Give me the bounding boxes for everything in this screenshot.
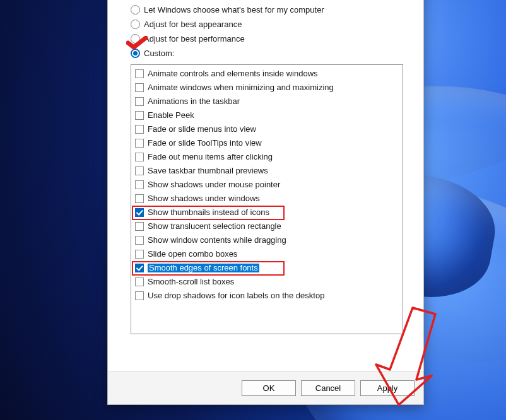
option-label: Fade or slide ToolTips into view (148, 139, 262, 148)
option-row[interactable]: Fade or slide ToolTips into view (132, 136, 401, 150)
checkbox-icon (135, 83, 144, 92)
option-label: Fade out menu items after clicking (148, 153, 273, 161)
option-label: Animate windows when minimizing and maxi… (148, 83, 334, 92)
radio-best-performance[interactable]: Adjust for best performance (131, 32, 412, 46)
option-row[interactable]: Save taskbar thumbnail previews (132, 164, 401, 178)
option-row[interactable]: Show shadows under windows (132, 192, 401, 206)
option-row[interactable]: Show window contents while dragging (132, 233, 401, 247)
visual-effects-radio-group: Let Windows choose what's best for my co… (131, 3, 412, 61)
option-row[interactable]: Slide open combo boxes (132, 247, 401, 261)
checkbox-icon (135, 139, 144, 148)
option-label: Smooth-scroll list boxes (148, 277, 234, 286)
radio-icon (131, 34, 140, 44)
checkbox-icon (135, 264, 144, 272)
radio-auto[interactable]: Let Windows choose what's best for my co… (131, 3, 412, 17)
option-row[interactable]: Smooth-scroll list boxes (132, 275, 401, 289)
radio-label: Adjust for best performance (144, 34, 245, 44)
option-label: Animate controls and elements inside win… (148, 69, 318, 78)
option-label: Fade or slide menus into view (148, 125, 256, 134)
checkbox-icon (135, 97, 144, 106)
option-row[interactable]: Fade out menu items after clicking (132, 150, 401, 164)
option-label: Show translucent selection rectangle (148, 222, 281, 231)
radio-icon (131, 5, 140, 15)
option-row[interactable]: Show shadows under mouse pointer (132, 178, 401, 192)
checkbox-icon (135, 277, 144, 286)
option-label: Smooth edges of screen fonts (148, 264, 259, 272)
option-label: Enable Peek (148, 111, 194, 120)
checkbox-icon (135, 69, 144, 78)
checkbox-icon (135, 208, 144, 217)
radio-icon (131, 20, 140, 29)
option-label: Save taskbar thumbnail previews (148, 166, 268, 175)
checkbox-icon (135, 194, 144, 203)
cancel-button[interactable]: Cancel (301, 380, 355, 396)
apply-button[interactable]: Apply (360, 380, 415, 396)
checkbox-icon (135, 111, 144, 120)
option-label: Show window contents while dragging (148, 236, 286, 245)
option-label: Animations in the taskbar (148, 97, 240, 106)
option-label: Show shadows under windows (148, 194, 260, 203)
option-label: Show thumbnails instead of icons (148, 208, 269, 217)
option-row[interactable]: Smooth edges of screen fonts (132, 261, 401, 275)
option-label: Show shadows under mouse pointer (148, 180, 280, 189)
option-label: Use drop shadows for icon labels on the … (148, 291, 324, 300)
option-row[interactable]: Show translucent selection rectangle (132, 219, 401, 233)
radio-label: Let Windows choose what's best for my co… (144, 5, 324, 15)
radio-icon (131, 49, 140, 58)
option-row[interactable]: Animate controls and elements inside win… (132, 67, 401, 81)
ok-button[interactable]: OK (242, 380, 296, 396)
checkbox-icon (135, 291, 144, 300)
checkbox-icon (135, 166, 144, 175)
option-row[interactable]: Fade or slide menus into view (132, 122, 401, 136)
option-row[interactable]: Animations in the taskbar (132, 95, 401, 108)
option-row[interactable]: Animate windows when minimizing and maxi… (132, 81, 401, 95)
dialog-button-bar: OK Cancel Apply (108, 371, 423, 404)
option-row[interactable]: Use drop shadows for icon labels on the … (132, 289, 401, 303)
checkbox-icon (135, 153, 144, 161)
option-row[interactable]: Enable Peek (132, 108, 401, 122)
option-row[interactable]: Show thumbnails instead of icons (132, 206, 401, 219)
checkbox-icon (135, 222, 144, 231)
checkbox-icon (135, 125, 144, 134)
checkbox-icon (135, 250, 144, 259)
visual-effects-list[interactable]: Animate controls and elements inside win… (131, 64, 403, 334)
radio-best-appearance[interactable]: Adjust for best appearance (131, 17, 412, 32)
checkbox-icon (135, 180, 144, 189)
option-label: Slide open combo boxes (148, 250, 237, 259)
radio-custom[interactable]: Custom: (131, 46, 412, 61)
radio-label: Adjust for best appearance (144, 20, 242, 29)
performance-options-dialog: performance of Windows on this computer.… (107, 0, 424, 405)
checkbox-icon (135, 236, 144, 245)
radio-label: Custom: (144, 49, 174, 58)
